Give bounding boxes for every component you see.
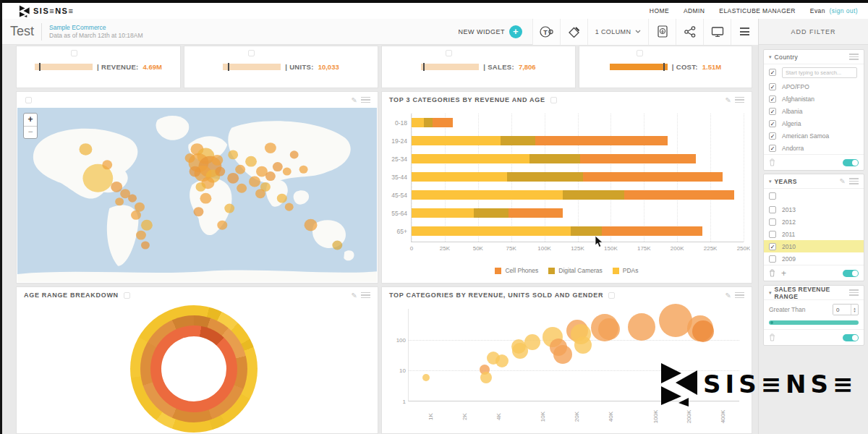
bar-segment[interactable] <box>580 154 696 163</box>
legend-item[interactable]: Cell Phones <box>495 267 538 274</box>
collapse-caret-icon[interactable]: ▾ <box>769 290 772 296</box>
bar-segment[interactable] <box>571 226 601 236</box>
bar-segment[interactable] <box>474 208 509 218</box>
checkbox-checked-icon[interactable]: ✓ <box>769 108 776 115</box>
bar-segment[interactable] <box>424 118 433 127</box>
map-bubble[interactable] <box>332 241 342 250</box>
bar-segment[interactable] <box>563 190 624 200</box>
country-filter-item[interactable]: ✓ Albania <box>764 105 864 117</box>
checkbox-checked-icon[interactable]: ✓ <box>769 145 776 152</box>
country-filter-item[interactable]: ✓ APO/FPO <box>764 80 864 93</box>
map-bubble[interactable] <box>305 219 318 231</box>
filter-enabled-toggle[interactable] <box>843 334 859 341</box>
scatter-bubble[interactable] <box>524 334 540 350</box>
edit-widget-icon[interactable]: ✎ <box>352 292 357 299</box>
filter-menu-icon[interactable] <box>849 52 859 61</box>
scatter-plot[interactable]: 1101001K2K4K10K20K40K100K200K400K <box>408 309 739 401</box>
widget-menu-icon[interactable] <box>735 95 744 105</box>
bar-segment[interactable] <box>412 226 571 236</box>
filter-enabled-toggle[interactable] <box>843 159 859 166</box>
bar-segment[interactable] <box>433 118 453 127</box>
filter-enabled-toggle[interactable] <box>843 270 859 277</box>
years-filter-header[interactable]: ▾ YEARS ✎ <box>764 174 864 189</box>
checkbox-unchecked-icon[interactable] <box>769 255 776 263</box>
checkbox-checked-icon[interactable]: ✓ <box>769 69 776 76</box>
map-bubble[interactable] <box>249 176 260 187</box>
map-bubble[interactable] <box>141 220 153 231</box>
edit-widget-icon[interactable]: ✎ <box>726 292 731 299</box>
map-bubble[interactable] <box>185 153 195 163</box>
map-bubble[interactable] <box>190 166 201 177</box>
collapse-caret-icon[interactable]: ▾ <box>769 179 772 184</box>
year-filter-item[interactable]: 2013 <box>764 203 864 216</box>
checkbox-checked-icon[interactable]: ✓ <box>769 132 776 140</box>
scatter-bubble[interactable] <box>480 372 492 383</box>
widget-menu-icon[interactable] <box>735 291 744 300</box>
checkbox-checked-icon[interactable]: ✓ <box>769 95 776 103</box>
map-bubble[interactable] <box>200 193 211 204</box>
map-bubble[interactable] <box>283 167 292 175</box>
map-bubble[interactable] <box>285 203 294 211</box>
bar-segment[interactable] <box>412 154 529 163</box>
country-filter-item[interactable]: ✓ Algeria <box>764 117 864 129</box>
share-button[interactable] <box>676 19 703 45</box>
country-filter-item[interactable]: ✓ Afghanistan <box>764 93 864 105</box>
nav-home[interactable]: HOME <box>650 7 669 14</box>
add-text-widget-button[interactable]: T <box>532 19 560 45</box>
country-filter-item[interactable]: ✓ Andorra <box>764 142 864 154</box>
new-widget-button[interactable]: NEW WIDGET + <box>459 25 523 38</box>
map-bubble[interactable] <box>215 167 225 176</box>
filter-menu-icon[interactable] <box>849 176 859 186</box>
nav-admin[interactable]: ADMIN <box>684 7 705 14</box>
edit-widget-icon[interactable]: ✎ <box>726 96 731 104</box>
bar-segment[interactable] <box>412 190 563 200</box>
column-layout-select[interactable]: 1 COLUMN <box>587 19 648 45</box>
datasource-link[interactable]: Sample ECommerce <box>49 24 142 32</box>
edit-filter-icon[interactable]: ✎ <box>840 177 846 185</box>
delete-filter-button[interactable] <box>769 333 775 341</box>
legend-item[interactable]: PDAs <box>613 267 639 274</box>
scatter-bubble[interactable] <box>422 374 430 381</box>
bar-segment[interactable] <box>507 172 583 182</box>
checkbox-unchecked-icon[interactable] <box>769 231 776 238</box>
signout-link[interactable]: (sign out) <box>830 7 858 14</box>
year-filter-item[interactable]: ✓ 2010 <box>764 240 864 252</box>
bar-segment[interactable] <box>529 154 580 163</box>
map-bubble[interactable] <box>277 194 287 203</box>
legend-item[interactable]: Digital Cameras <box>548 267 602 274</box>
scatter-bubble[interactable] <box>628 313 655 341</box>
checkbox-checked-icon[interactable]: ✓ <box>769 243 776 250</box>
map-bubble[interactable] <box>265 142 276 153</box>
dashboard-menu-button[interactable] <box>731 19 758 45</box>
widget-menu-icon[interactable] <box>361 95 370 105</box>
map-bubble[interactable] <box>228 150 238 159</box>
bar-segment[interactable] <box>535 136 668 145</box>
year-filter-item[interactable]: 2009 <box>764 252 864 265</box>
bar-segment[interactable] <box>501 136 535 145</box>
map-bubble[interactable] <box>136 231 146 240</box>
year-filter-item[interactable]: 2012 <box>764 216 864 228</box>
map-bubble[interactable] <box>265 171 276 181</box>
map-bubble[interactable] <box>224 204 234 213</box>
map-bubble[interactable] <box>235 165 245 174</box>
map-bubble[interactable] <box>194 207 204 216</box>
map-bubble[interactable] <box>227 173 239 184</box>
map-bubble[interactable] <box>128 195 137 203</box>
add-value-button[interactable]: + <box>781 268 786 278</box>
map-bubble[interactable] <box>79 143 92 156</box>
map-bubble[interactable] <box>299 166 308 174</box>
bar-segment[interactable] <box>509 208 563 218</box>
zoom-out-button[interactable]: − <box>24 127 37 139</box>
add-filter-header[interactable]: ADD FILTER <box>759 19 868 45</box>
present-mode-button[interactable] <box>703 19 731 45</box>
map-canvas[interactable] <box>17 108 377 282</box>
scatter-bubble[interactable] <box>553 345 572 364</box>
checkbox-unchecked-icon[interactable] <box>769 218 776 226</box>
edit-widget-icon[interactable]: ✎ <box>352 96 357 104</box>
scatter-bubble[interactable] <box>574 336 592 354</box>
bar-segment[interactable] <box>412 136 501 145</box>
bar-segment[interactable] <box>624 190 734 200</box>
filter-menu-icon[interactable] <box>849 288 859 297</box>
delete-filter-button[interactable] <box>769 269 775 277</box>
year-filter-item[interactable]: 2011 <box>764 228 864 240</box>
